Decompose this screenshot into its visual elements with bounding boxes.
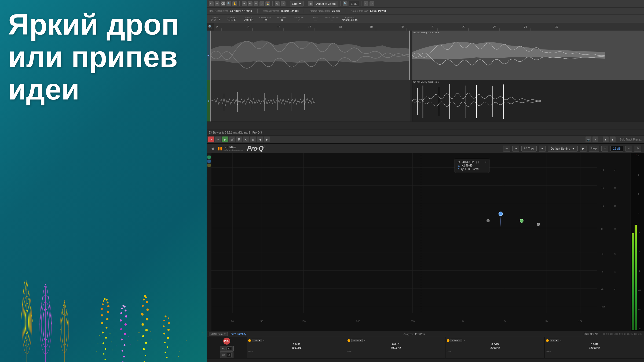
record-icon[interactable]: ● (254, 1, 258, 6)
zoom-tool-icon[interactable]: 🔍 (226, 1, 231, 6)
rec-btn[interactable]: ● (208, 136, 214, 142)
band1-type-btn[interactable]: 1 LO ▼ (252, 339, 262, 342)
eq-close-btn[interactable]: − (625, 146, 632, 152)
band2-type-btn[interactable]: 2 LMF ▼ (351, 339, 363, 342)
eq-band-4: 4 Hi ▼ ∧ 0.0dB 12000Hz Gain (545, 337, 644, 358)
fade-in-group: Fade-In 0. 0. 17 (209, 16, 222, 21)
pre-power-btn[interactable]: PRE (223, 338, 230, 345)
arr-up-btn[interactable]: ▲ (610, 136, 616, 142)
eq-band-handle-green[interactable] (520, 219, 523, 223)
eq-graph-container[interactable]: +9 +6 +3 0 -3 -6 -9 -12 10 20 40 50 70 8… (211, 153, 631, 331)
inout-icon[interactable]: ⇤ (248, 1, 253, 6)
preset-prev-btn[interactable]: ◀ (539, 146, 546, 152)
zoom-value-display[interactable]: 1/16 (349, 1, 359, 6)
help-btn[interactable]: Help (589, 146, 599, 152)
ai-copy-btn[interactable]: A/I Copy (521, 146, 536, 152)
arr-dn-btn[interactable]: ▼ (603, 136, 609, 142)
cursor-tool-icon[interactable]: ↖ (209, 1, 214, 6)
max-record-val: 13 hours 47 mins (230, 9, 252, 12)
pencil-tool-icon[interactable]: ✎ (215, 1, 219, 6)
ruler-search-btn[interactable]: 🔍 (207, 23, 214, 31)
svg-point-21 (101, 322, 103, 324)
hc-btn[interactable]: HC 12 (220, 346, 234, 352)
band3-type-btn[interactable]: 3 HMF ▼ (451, 339, 462, 342)
camera-btn[interactable]: 📷 (586, 136, 591, 142)
loop-tc-btn[interactable]: ⟲ (243, 136, 249, 142)
misc-icon-2[interactable]: → (369, 1, 374, 6)
svg-point-26 (107, 305, 109, 307)
zero-latency-btn[interactable]: Zero Latency (230, 333, 246, 335)
fabfilter-sub: software instruments (224, 149, 243, 151)
svg-text:25: 25 (555, 25, 558, 28)
svg-text:10: 10 (614, 169, 616, 172)
track2-clip2[interactable]: 53 Eto vse ty 33.3.1-mix (412, 80, 644, 121)
arrow-l-btn[interactable]: ◀ (257, 136, 263, 142)
svg-point-18 (105, 337, 107, 339)
eq-redo-btn[interactable]: ↪ (512, 146, 519, 152)
band4-enable[interactable] (546, 339, 549, 342)
click-icon[interactable]: ⌛ (265, 1, 270, 6)
grid-icon-1[interactable]: ⊞ (308, 1, 313, 6)
grid-dropdown[interactable]: Grid ▼ (290, 1, 303, 6)
erase-tool-icon[interactable]: ⌫ (221, 1, 225, 6)
track1-collapse-btn[interactable]: ◀ (207, 31, 210, 80)
preset-next-btn[interactable]: ▶ (580, 146, 587, 152)
lc-btn[interactable]: LC 12 (220, 352, 233, 358)
transpose-group: Transpose 0 (275, 16, 289, 21)
r-btn[interactable]: R (236, 136, 242, 142)
band2-enable[interactable] (347, 339, 350, 342)
svg-point-48 (125, 315, 127, 317)
expand-btn[interactable]: ⤢ (592, 136, 598, 142)
band2-gain-label: Gain (347, 350, 444, 353)
svg-text:14: 14 (215, 25, 219, 28)
close-icon[interactable]: ✕ (281, 1, 286, 6)
toolbar-top: ↖ ✎ ⌫ 🔍 ✋ ⟳ ⇤ ● ♩ ⌛ ⚙ ✕ Grid ▼ ⊞ Adapt t… (207, 0, 644, 8)
svg-text:20: 20 (231, 320, 234, 323)
adapt-to-zoom-btn[interactable]: Adapt to Zoom (314, 1, 338, 6)
finetune-group: Fine-Tune 0 (292, 16, 305, 21)
track2-collapse-btn[interactable]: ◀ (207, 80, 210, 121)
band4-type-arrow: ▼ (555, 339, 558, 342)
fade-out-label: Fade-Out (228, 16, 237, 19)
analyzer-label: Analyzer: (404, 333, 414, 335)
band1-gain-label: Gain (248, 350, 345, 353)
eq-band-handle-gray[interactable] (537, 223, 540, 226)
tooltip-close-btn[interactable]: × (485, 161, 486, 164)
eq-preset-selector[interactable]: Default Setting ▼ (548, 146, 578, 152)
eq-expand-btn[interactable]: ⤢ (601, 146, 608, 152)
svg-point-75 (150, 331, 151, 332)
snap-btn[interactable]: ⊞ (250, 136, 256, 142)
w-btn[interactable]: W (229, 136, 235, 142)
eq-scroll-area[interactable] (207, 358, 644, 362)
edit-btn[interactable]: ✎ (215, 136, 221, 142)
pan-law-label: Project Pan Law (351, 10, 368, 12)
zoom-search-icon[interactable]: 🔍 (343, 1, 347, 6)
band1-enable[interactable] (248, 339, 251, 342)
misc-icon-1[interactable]: ← (364, 1, 368, 6)
svg-point-99 (202, 332, 203, 333)
solo-track-label: Solo Track Prese... (620, 138, 642, 141)
eq-nav-back-btn[interactable]: ◀ (209, 146, 215, 151)
eq-undo-btn[interactable]: ↩ (503, 146, 510, 152)
svg-point-59 (144, 361, 145, 362)
eq-band-handle-gray2[interactable] (487, 220, 489, 222)
hand-tool-icon[interactable]: ✋ (232, 1, 237, 6)
tb2-sep-2 (304, 9, 304, 13)
analyzer-db: 0.0 dB (590, 333, 598, 335)
loop-icon[interactable]: ⟳ (242, 1, 247, 6)
svg-point-34 (98, 343, 98, 344)
metro-icon[interactable]: ♩ (259, 1, 264, 6)
eq-settings-btn[interactable]: ⚙ (634, 146, 641, 152)
track2-clip1[interactable] (210, 80, 410, 121)
band3-enable[interactable] (447, 339, 449, 342)
band4-type-btn[interactable]: 4 Hi ▼ (550, 339, 559, 342)
midi-learn-btn[interactable]: MIDI Learn ▼ (209, 332, 228, 336)
tooltip-headphone-icon: 🎧 (476, 161, 479, 164)
track1-clip2[interactable]: 53 Eto vse ty 33.3.1-mix (412, 31, 644, 80)
settings-icon[interactable]: ⚙ (275, 1, 280, 6)
band4-header: 4 Hi ▼ ∧ (546, 339, 643, 342)
play-btn[interactable]: ▶ (222, 136, 228, 142)
track1-clip1[interactable] (210, 31, 410, 80)
svg-text:-3: -3 (601, 252, 603, 255)
arrow-r-btn[interactable]: ▶ (264, 136, 270, 142)
